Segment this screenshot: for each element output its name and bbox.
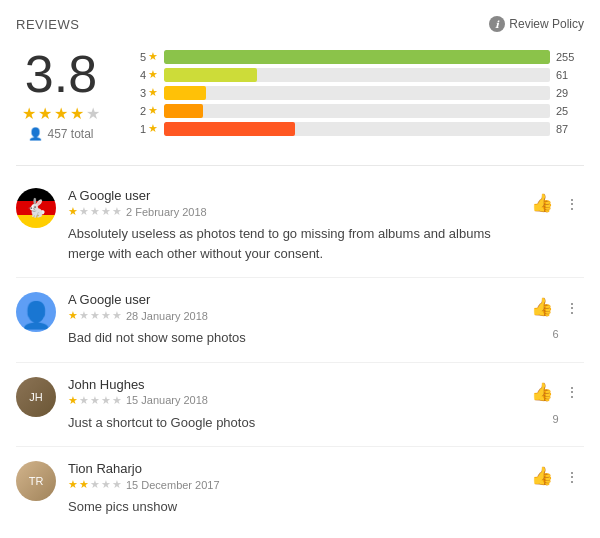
bar-value-1: 87 bbox=[556, 123, 584, 135]
review-date: 28 January 2018 bbox=[126, 310, 208, 322]
bar-star-1: ★ bbox=[148, 122, 158, 135]
star-5: ★ bbox=[86, 104, 100, 123]
total-count: 👤 457 total bbox=[28, 127, 93, 141]
bar-outer-3 bbox=[164, 86, 550, 100]
thumbs-up-button[interactable]: 👍 bbox=[527, 292, 557, 322]
review-date: 15 January 2018 bbox=[126, 394, 208, 406]
reviewer-name: A Google user bbox=[68, 188, 515, 203]
review-item: 👤 A Google user ★★★★★ 28 January 2018 Ba… bbox=[16, 278, 584, 363]
review-actions: 👍 ⋮ bbox=[527, 188, 584, 218]
bar-label-4: 4 ★ bbox=[130, 68, 158, 81]
more-options-button[interactable]: ⋮ bbox=[561, 377, 584, 406]
review-list: 🐇 A Google user ★★★★★ 2 February 2018 Ab… bbox=[16, 174, 584, 531]
bar-outer-5 bbox=[164, 50, 550, 64]
avatar: 👤 bbox=[16, 292, 56, 332]
bar-row-3: 3 ★ 29 bbox=[130, 86, 584, 100]
review-stars-date: ★★★★★ 15 January 2018 bbox=[68, 394, 515, 407]
review-star-2: ★ bbox=[79, 205, 89, 218]
review-star-4: ★ bbox=[101, 478, 111, 491]
thumbs-up-button[interactable]: 👍 bbox=[527, 188, 557, 218]
review-header: JH John Hughes ★★★★★ 15 January 2018 Jus… bbox=[16, 377, 584, 433]
more-dots-icon: ⋮ bbox=[565, 196, 580, 212]
review-header: 👤 A Google user ★★★★★ 28 January 2018 Ba… bbox=[16, 292, 584, 348]
reviews-header: REVIEWS ℹ Review Policy bbox=[16, 16, 584, 32]
bar-star-2: ★ bbox=[148, 104, 158, 117]
bar-row-5: 5 ★ 255 bbox=[130, 50, 584, 64]
bar-value-4: 61 bbox=[556, 69, 584, 81]
review-star-2: ★ bbox=[79, 309, 89, 322]
avatar: JH bbox=[16, 377, 56, 417]
reviews-title: REVIEWS bbox=[16, 17, 79, 32]
review-star-5: ★ bbox=[112, 205, 122, 218]
thumbs-up-button[interactable]: 👍 bbox=[527, 377, 557, 407]
action-group: 👍 ⋮ bbox=[527, 188, 584, 218]
review-stars-date: ★★★★★ 15 December 2017 bbox=[68, 478, 515, 491]
bar-inner-1 bbox=[164, 122, 295, 136]
review-meta: Tion Raharjo ★★★★★ 15 December 2017 Some… bbox=[68, 461, 515, 517]
star-3: ★ bbox=[54, 104, 68, 123]
review-stars: ★★★★★ bbox=[68, 205, 122, 218]
rating-summary: 3.8 ★ ★ ★ ★ ★ 👤 457 total 5 ★ 255 4 bbox=[16, 48, 584, 141]
avatar: TR bbox=[16, 461, 56, 501]
review-text: Some pics unshow bbox=[68, 497, 515, 517]
bar-value-3: 29 bbox=[556, 87, 584, 99]
more-options-button[interactable]: ⋮ bbox=[561, 462, 584, 491]
review-header: TR Tion Raharjo ★★★★★ 15 December 2017 S… bbox=[16, 461, 584, 517]
more-options-button[interactable]: ⋮ bbox=[561, 189, 584, 218]
review-star-2: ★ bbox=[79, 478, 89, 491]
review-star-3: ★ bbox=[90, 478, 100, 491]
bar-row-4: 4 ★ 61 bbox=[130, 68, 584, 82]
review-actions: 👍 ⋮ 6 bbox=[527, 292, 584, 340]
bar-outer-2 bbox=[164, 104, 550, 118]
read-all-section: READ ALL REVIEWS bbox=[16, 531, 584, 539]
star-4: ★ bbox=[70, 104, 84, 123]
review-star-4: ★ bbox=[101, 205, 111, 218]
review-actions: 👍 ⋮ bbox=[527, 461, 584, 491]
review-item: 🐇 A Google user ★★★★★ 2 February 2018 Ab… bbox=[16, 174, 584, 278]
star-1: ★ bbox=[22, 104, 36, 123]
review-item: TR Tion Raharjo ★★★★★ 15 December 2017 S… bbox=[16, 447, 584, 531]
bar-star-4: ★ bbox=[148, 68, 158, 81]
review-star-1: ★ bbox=[68, 394, 78, 407]
review-star-4: ★ bbox=[101, 394, 111, 407]
avatar-initials: JH bbox=[29, 391, 42, 403]
bar-inner-4 bbox=[164, 68, 257, 82]
review-date: 15 December 2017 bbox=[126, 479, 220, 491]
reviews-section: REVIEWS ℹ Review Policy 3.8 ★ ★ ★ ★ ★ 👤 … bbox=[16, 16, 584, 538]
review-stars: ★★★★★ bbox=[68, 394, 122, 407]
bar-value-2: 25 bbox=[556, 105, 584, 117]
bar-outer-1 bbox=[164, 122, 550, 136]
bar-star-5: ★ bbox=[148, 50, 158, 63]
review-stars: ★★★★★ bbox=[68, 478, 122, 491]
bar-star-3: ★ bbox=[148, 86, 158, 99]
bar-inner-5 bbox=[164, 50, 550, 64]
person-icon: 👤 bbox=[28, 127, 43, 141]
review-meta: A Google user ★★★★★ 2 February 2018 Abso… bbox=[68, 188, 515, 263]
review-text: Bad did not show some photos bbox=[68, 328, 515, 348]
more-dots-icon: ⋮ bbox=[565, 384, 580, 400]
review-text: Absolutely useless as photos tend to go … bbox=[68, 224, 515, 263]
bar-value-5: 255 bbox=[556, 51, 584, 63]
bar-row-2: 2 ★ 25 bbox=[130, 104, 584, 118]
more-dots-icon: ⋮ bbox=[565, 300, 580, 316]
bar-outer-4 bbox=[164, 68, 550, 82]
review-star-4: ★ bbox=[101, 309, 111, 322]
thumb-count: 6 bbox=[552, 328, 558, 340]
review-text: Just a shortcut to Google photos bbox=[68, 413, 515, 433]
rating-number: 3.8 bbox=[25, 48, 97, 100]
more-dots-icon: ⋮ bbox=[565, 469, 580, 485]
rabbit-icon: 🐇 bbox=[25, 197, 47, 219]
rating-stars: ★ ★ ★ ★ ★ bbox=[22, 104, 100, 123]
bar-row-1: 1 ★ 87 bbox=[130, 122, 584, 136]
bar-label-1: 1 ★ bbox=[130, 122, 158, 135]
review-star-1: ★ bbox=[68, 309, 78, 322]
review-policy-btn[interactable]: ℹ Review Policy bbox=[489, 16, 584, 32]
info-icon: ℹ bbox=[489, 16, 505, 32]
bar-inner-2 bbox=[164, 104, 203, 118]
thumbs-up-button[interactable]: 👍 bbox=[527, 461, 557, 491]
review-actions: 👍 ⋮ 9 bbox=[527, 377, 584, 425]
bar-label-3: 3 ★ bbox=[130, 86, 158, 99]
bar-label-5: 5 ★ bbox=[130, 50, 158, 63]
review-meta: John Hughes ★★★★★ 15 January 2018 Just a… bbox=[68, 377, 515, 433]
more-options-button[interactable]: ⋮ bbox=[561, 293, 584, 322]
